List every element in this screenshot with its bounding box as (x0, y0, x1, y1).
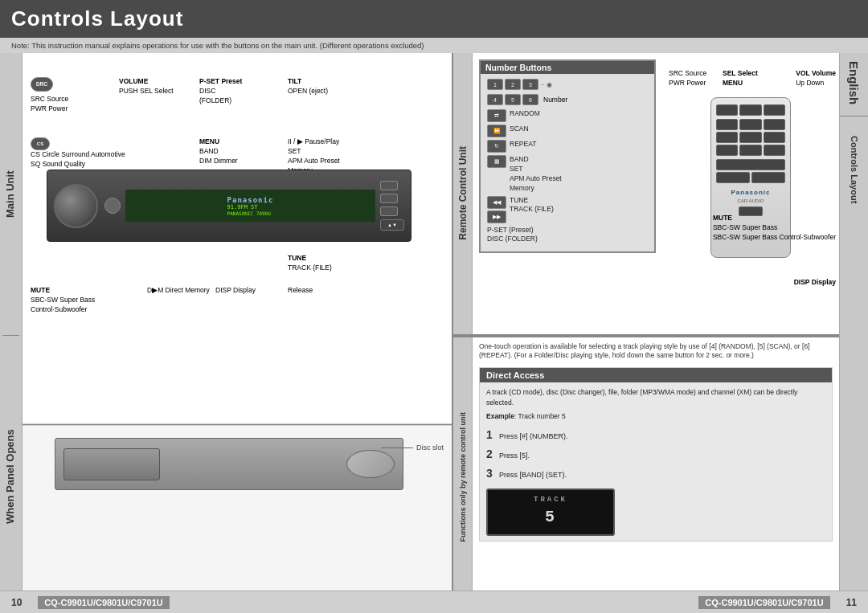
tune-label: TUNE (510, 196, 554, 206)
footer-page-right: 11 (846, 597, 857, 608)
random-btn[interactable]: ⇌ (487, 109, 506, 122)
english-label: English (847, 53, 861, 112)
memory-label: Memory (510, 184, 562, 194)
dm-label: D▶M Direct Memory (147, 286, 210, 296)
volume-label: VOLUME (119, 77, 174, 87)
step3-item: 3 Press [BAND] (SET). (486, 465, 825, 482)
remote-tune-r[interactable] (751, 172, 785, 183)
p-set-btn[interactable] (380, 181, 398, 190)
cs-desc-label: CS Circle Surround Automotive (31, 150, 125, 160)
tune-btn-group: ◀◀ ▶▶ (487, 196, 506, 223)
step1-num: 1 (486, 427, 496, 443)
pset-row: P-SET (Preset) DISC (FOLDER) (487, 226, 648, 245)
unit-display: Panasonic 91.9FM ST PANASONIC 7090U (125, 190, 375, 222)
r2[interactable] (739, 119, 761, 130)
disc-tray (63, 448, 160, 480)
step2-text: Press [5]. (499, 451, 530, 462)
disc-label: DISC (199, 87, 242, 96)
menu-btn[interactable] (380, 194, 398, 203)
num1-btn[interactable]: 1 (487, 79, 503, 90)
src-source-label: SRC Source (31, 95, 68, 104)
remote-vol-btn[interactable] (764, 104, 785, 116)
remote-mid-buttons (716, 159, 785, 183)
remote-src-btn[interactable] (716, 104, 738, 116)
tune-prev-btn[interactable]: ◀◀ (487, 196, 506, 209)
remote-right: SRC Source PWR Power SEL Select MENU VOL… (662, 53, 839, 334)
remote-car-audio-label: CAR AUDIO (716, 198, 785, 203)
number-buttons-box: Number Buttons 1 2 3 ~ ◉ (479, 59, 656, 253)
main-unit-section: SRC SRC Source PWR Power VOLUME PUSH SEL… (23, 53, 452, 424)
step1-item: 1 Press [#] (NUMBER). (486, 427, 825, 443)
src-annotation: SRC SRC Source PWR Power (31, 77, 68, 114)
disp-label: DISP Display (215, 286, 256, 296)
remote-label-bar: Remote Control Unit (453, 53, 473, 334)
r8[interactable] (739, 145, 761, 156)
r1[interactable] (716, 119, 738, 130)
menu-label: MENU (199, 137, 238, 147)
direct-access-desc: A track (CD mode), disc (Disc changer), … (486, 387, 825, 408)
right-sidebar: English Controls Layout (839, 53, 868, 613)
mute-annotation: MUTE SBC-SW Super Bass SBC-SW Super Bass… (713, 214, 836, 243)
tune-next-btn[interactable]: ▶▶ (487, 210, 506, 223)
display-text: 91.9FM ST (227, 204, 274, 210)
mute-label: MUTE (31, 286, 95, 296)
num2-btn[interactable]: 2 (505, 79, 521, 90)
brand-label: Panasonic (227, 196, 274, 204)
up-down-label: Up Down (796, 79, 836, 88)
r9[interactable] (764, 145, 785, 156)
pset-label: P-SET Preset (199, 77, 242, 87)
sq-desc-label: SQ Sound Quality (31, 160, 125, 170)
set-label: SET (510, 165, 562, 174)
example-value: Track number 5 (518, 412, 566, 420)
random-row: ⇌ RANDOM (487, 109, 648, 122)
menu-annotation: MENU BAND DIM Dimmer (199, 137, 238, 166)
src-button[interactable]: SRC (31, 77, 53, 92)
page-title: Controls Layout (11, 6, 183, 31)
num5-btn[interactable]: 5 (505, 94, 521, 105)
disp-annotation: DISP Display (215, 286, 256, 296)
disp-label: DISP Display (794, 278, 836, 286)
remote-top-buttons (716, 104, 785, 116)
step3-num: 3 (486, 465, 496, 482)
cs-button[interactable]: CS (31, 137, 50, 150)
remote-band-btn[interactable] (716, 159, 785, 170)
cs-knob[interactable] (104, 198, 121, 214)
r6[interactable] (764, 132, 785, 143)
apm-label: APM Auto Preset (288, 157, 340, 166)
tilt-label: TILT (288, 77, 328, 87)
scan-label: SCAN (510, 125, 529, 134)
left-content: SRC SRC Source PWR Power VOLUME PUSH SEL… (23, 53, 453, 613)
apm-label: APM Auto Preset (510, 174, 562, 184)
r5[interactable] (739, 132, 761, 143)
pwr-power-label: PWR Power (669, 79, 706, 88)
repeat-btn[interactable]: ↻ (487, 140, 506, 153)
num6-btn[interactable]: 6 (522, 94, 538, 105)
one-touch-text: One-touch operation is available for sel… (479, 342, 833, 362)
unit-right-buttons: ▲▼ (380, 181, 404, 231)
num4-btn[interactable]: 4 (487, 94, 503, 105)
functions-label: Functions only by remote control unit (459, 412, 467, 542)
remote-tune-l[interactable] (716, 172, 750, 183)
band-btn[interactable]: ▦ (487, 155, 506, 168)
tilt-btn[interactable]: ▲▼ (380, 219, 404, 231)
r7[interactable] (716, 145, 738, 156)
band-label: BAND (510, 155, 562, 165)
num3-btn[interactable]: 3 (522, 79, 538, 90)
sidebar-divider (840, 116, 868, 116)
step2-num: 2 (486, 446, 496, 463)
controls-layout-label: Controls Layout (850, 136, 859, 203)
footer-page-left: 10 (11, 597, 22, 608)
src-source-label: SRC Source (669, 69, 706, 79)
volume-knob[interactable] (54, 184, 98, 228)
r4[interactable] (716, 132, 738, 143)
scan-btn[interactable]: ⏩ (487, 125, 506, 137)
remote-sel-btn[interactable] (739, 104, 761, 116)
tune-label: TUNE (288, 254, 332, 264)
footer-model-left: CQ-C9901U/C9801U/C9701U (38, 596, 169, 609)
footer-left: 10 CQ-C9901U/C9801U/C9701U (11, 596, 170, 609)
tune-btn[interactable] (380, 206, 398, 216)
tilt-annotation: TILT OPEN (eject) (288, 77, 328, 96)
r3[interactable] (764, 119, 785, 130)
note-text: Note: This instruction manual explains o… (11, 41, 424, 50)
steps-list: 1 Press [#] (NUMBER). 2 Press [5]. 3 Pre… (486, 427, 825, 482)
